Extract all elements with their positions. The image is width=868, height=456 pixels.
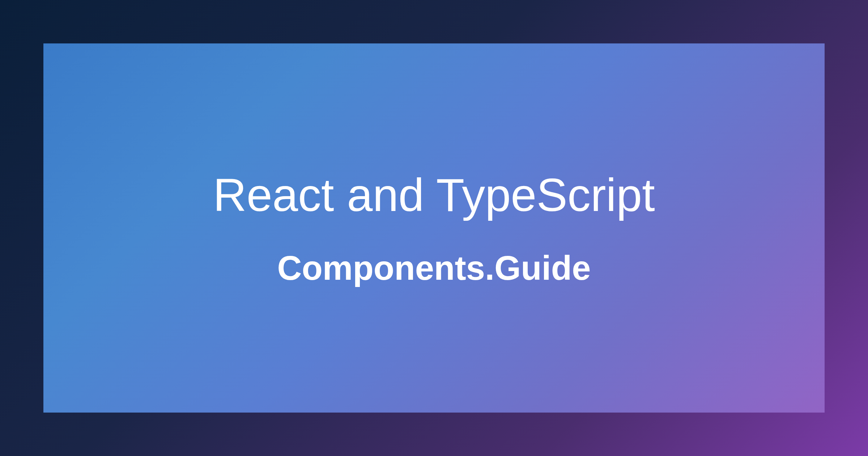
main-panel: React and TypeScript Components.Guide xyxy=(43,43,825,413)
page-subtitle: Components.Guide xyxy=(277,248,591,289)
page-title: React and TypeScript xyxy=(213,167,655,223)
